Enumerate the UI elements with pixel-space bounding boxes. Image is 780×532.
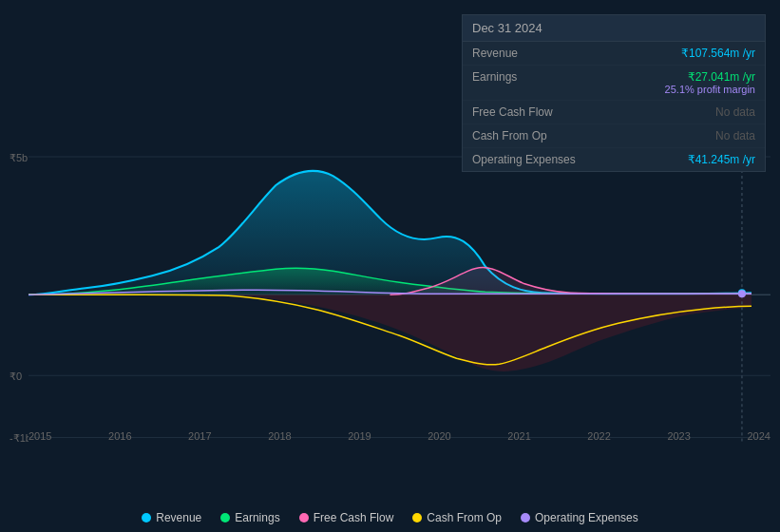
legend-item-opex[interactable]: Operating Expenses (521, 511, 638, 524)
tooltip-value-fcf: No data (567, 105, 755, 119)
tooltip-value-cashfromop: No data (567, 129, 755, 142)
x-label-2018: 2018 (268, 430, 291, 442)
x-label-2017: 2017 (188, 430, 211, 442)
x-label-2022: 2022 (587, 430, 610, 442)
y-label-top: ₹5b (10, 152, 28, 164)
legend-label-earnings: Earnings (235, 511, 279, 524)
legend-label-cashfromop: Cash From Op (427, 511, 502, 524)
tooltip-label-fcf: Free Cash Flow (472, 105, 567, 119)
x-axis: 2015 2016 2017 2018 2019 2020 2021 2022 … (29, 430, 770, 442)
legend-label-revenue: Revenue (156, 511, 201, 524)
tooltip-label-opex: Operating Expenses (472, 153, 576, 166)
legend-item-fcf[interactable]: Free Cash Flow (299, 511, 394, 524)
chart-svg (29, 147, 770, 442)
legend-dot-fcf (299, 513, 309, 522)
x-label-2020: 2020 (428, 430, 450, 442)
tooltip-date: Dec 31 2024 (463, 15, 765, 42)
x-label-2015: 2015 (29, 430, 51, 442)
tooltip-row-fcf: Free Cash Flow No data (463, 101, 765, 124)
legend-dot-earnings (220, 513, 230, 522)
tooltip-label-earnings: Earnings (472, 70, 567, 84)
tooltip-label-cashfromop: Cash From Op (472, 129, 567, 142)
tooltip-value-opex: ₹41.245m /yr (576, 153, 755, 166)
x-label-2024: 2024 (747, 430, 770, 442)
chart-legend: Revenue Earnings Free Cash Flow Cash Fro… (0, 511, 780, 524)
legend-dot-cashfromop (412, 513, 422, 522)
x-label-2016: 2016 (108, 430, 131, 442)
x-label-2019: 2019 (348, 430, 371, 442)
legend-label-opex: Operating Expenses (535, 511, 638, 524)
y-label-zero: ₹0 (10, 370, 22, 383)
tooltip-label-revenue: Revenue (472, 47, 567, 60)
tooltip-row-revenue: Revenue ₹107.564m /yr (463, 42, 765, 66)
legend-item-cashfromop[interactable]: Cash From Op (412, 511, 502, 524)
legend-label-fcf: Free Cash Flow (314, 511, 394, 524)
svg-point-8 (738, 290, 746, 297)
tooltip-row-earnings: Earnings ₹27.041m /yr 25.1% profit margi… (463, 66, 765, 101)
legend-dot-revenue (142, 513, 151, 522)
x-label-2021: 2021 (507, 430, 530, 442)
data-tooltip: Dec 31 2024 Revenue ₹107.564m /yr Earnin… (462, 14, 766, 172)
legend-dot-opex (521, 513, 530, 522)
tooltip-row-cashfromop: Cash From Op No data (463, 124, 765, 148)
chart-container (29, 147, 770, 442)
tooltip-row-opex: Operating Expenses ₹41.245m /yr (463, 148, 765, 171)
legend-item-earnings[interactable]: Earnings (220, 511, 279, 524)
x-label-2023: 2023 (667, 430, 690, 442)
legend-item-revenue[interactable]: Revenue (142, 511, 201, 524)
tooltip-sub-earnings: 25.1% profit margin (567, 84, 755, 95)
tooltip-value-earnings: ₹27.041m /yr 25.1% profit margin (567, 70, 755, 95)
tooltip-value-revenue: ₹107.564m /yr (567, 47, 755, 60)
